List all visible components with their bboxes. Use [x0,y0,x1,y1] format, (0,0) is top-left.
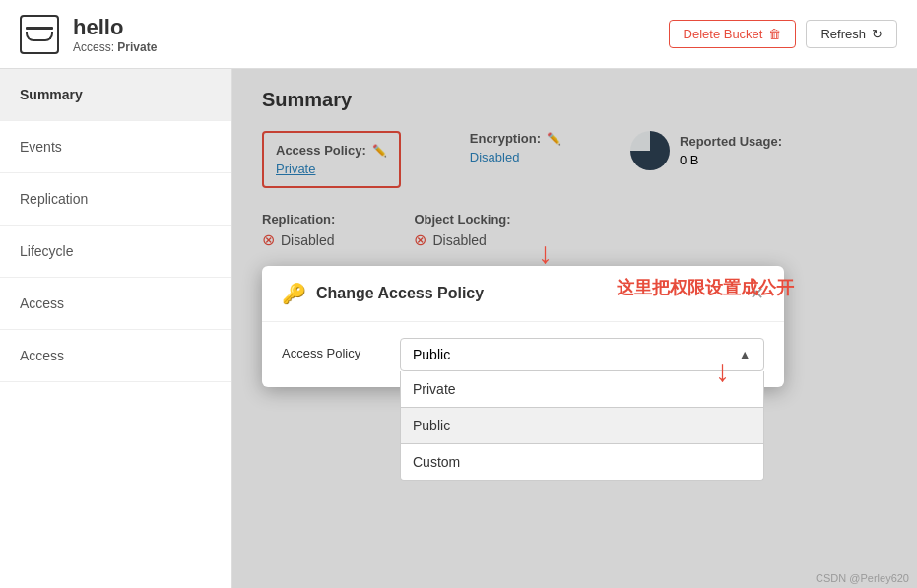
bucket-name: hello [73,15,157,40]
header-actions: Delete Bucket 🗑 Refresh ↻ [669,20,897,48]
access-policy-dropdown-wrapper: Public ▲ Private Public Custom [400,338,764,371]
sidebar-item-summary[interactable]: Summary [0,69,231,121]
page-header: hello Access: Private Delete Bucket 🗑 Re… [0,0,917,69]
dropdown-selected-value: Public [413,347,450,362]
dropdown-options-list: Private Public Custom [400,371,764,481]
dialog-header: 🔑 Change Access Policy ✕ [262,266,784,322]
key-icon: 🔑 [282,282,306,305]
dialog-title-area: 🔑 Change Access Policy [282,282,484,305]
refresh-icon: ↻ [872,27,883,41]
dialog-overlay: 🔑 Change Access Policy ✕ Access Policy P… [232,69,917,588]
main-layout: Summary Events Replication Lifecycle Acc… [0,69,917,588]
delete-bucket-button[interactable]: Delete Bucket 🗑 [669,20,797,48]
dropdown-up-arrow-icon: ▲ [738,347,752,362]
dialog-field-label: Access Policy [282,338,380,360]
refresh-button[interactable]: Refresh ↻ [806,20,897,48]
sidebar-item-lifecycle[interactable]: Lifecycle [0,226,231,278]
dialog-close-button[interactable]: ✕ [750,283,764,304]
trash-icon: 🗑 [768,27,781,41]
bucket-icon [20,15,59,54]
sidebar: Summary Events Replication Lifecycle Acc… [0,69,232,588]
dropdown-option-custom[interactable]: Custom [401,444,763,480]
delete-bucket-label: Delete Bucket [684,27,763,41]
watermark: CSDN @Perley620 [816,572,909,584]
bucket-info: hello Access: Private [73,15,157,54]
content-area: Summary Access Policy: ✏️ Private Encryp… [232,69,917,588]
dialog-form-row: Access Policy Public ▲ Private Public Cu… [282,338,764,371]
dropdown-option-public[interactable]: Public [401,407,763,444]
refresh-label: Refresh [820,27,866,41]
sidebar-item-access[interactable]: Access [0,278,231,330]
header-left: hello Access: Private [20,15,157,54]
dialog-title: Change Access Policy [316,285,484,302]
dialog-body: Access Policy Public ▲ Private Public Cu… [262,322,784,387]
sidebar-item-events[interactable]: Events [0,121,231,173]
sidebar-item-replication[interactable]: Replication [0,173,231,226]
dropdown-option-private[interactable]: Private [401,371,763,407]
bucket-access: Access: Private [73,40,157,54]
sidebar-item-access2[interactable]: Access [0,330,231,382]
access-policy-dropdown[interactable]: Public ▲ [400,338,764,371]
change-access-policy-dialog: 🔑 Change Access Policy ✕ Access Policy P… [262,266,784,387]
